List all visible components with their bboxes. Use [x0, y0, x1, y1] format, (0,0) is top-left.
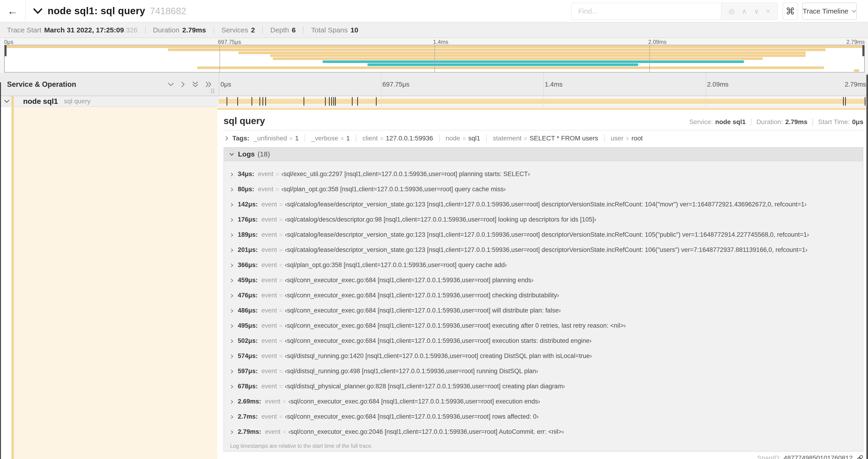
- left-scrollbar[interactable]: [0, 82, 1, 459]
- tag-key: _unfinished: [254, 135, 287, 142]
- log-entry[interactable]: 201μs: event = ‹sql/catalog/lease/descri…: [230, 246, 863, 254]
- timeline-tick-2: 1.4ms: [545, 73, 563, 96]
- locate-icon[interactable]: ◎: [728, 8, 735, 15]
- span-detail-panel: sql query Service: node sql1 Duration: 2…: [223, 107, 863, 459]
- log-entry[interactable]: 366μs: event = ‹sql/plan_opt.go:358 [nsq…: [230, 261, 863, 269]
- span-duration-bar[interactable]: [219, 99, 866, 104]
- tag-equals: =: [462, 135, 466, 142]
- log-entry[interactable]: 502μs: event = ‹sql/conn_executor_exec.g…: [230, 337, 863, 345]
- collapse-trace-button[interactable]: [33, 8, 42, 14]
- log-time: 502μs:: [238, 337, 258, 345]
- command-icon: ⌘: [786, 6, 795, 17]
- log-equals: =: [279, 276, 283, 284]
- prev-result-icon[interactable]: ∧: [742, 8, 747, 15]
- timeline-gridline: [544, 73, 544, 96]
- minimap-tick-2: 1.4ms: [433, 39, 448, 45]
- column-resize-grip[interactable]: [211, 88, 214, 94]
- log-marker-icon: [251, 97, 252, 106]
- log-entry[interactable]: 574μs: event = ‹sql/distsql_running.go:1…: [230, 352, 863, 360]
- timeline-tick-1: 697.75μs: [382, 73, 409, 96]
- start-time-value: 0μs: [852, 118, 863, 126]
- log-entry[interactable]: 2.79ms: event = ‹sql/conn_executor_exec.…: [230, 428, 863, 436]
- log-entry[interactable]: 34μs: event = ‹sql/exec_util.go:2297 [ns…: [230, 170, 863, 178]
- keyboard-shortcuts-button[interactable]: ⌘: [783, 3, 798, 20]
- log-entry[interactable]: 142μs: event = ‹sql/catalog/lease/descri…: [230, 200, 863, 208]
- log-equals: =: [276, 170, 279, 178]
- duration-value: 2.79ms: [182, 26, 206, 34]
- chevron-down-icon: [4, 99, 10, 103]
- log-entry[interactable]: 678μs: event = ‹sql/distsql_physical_pla…: [230, 382, 863, 390]
- log-marker-icon: [357, 97, 358, 106]
- trace-minimap: 0μs 697.75μs 1.4ms 2.09ms 2.79ms: [0, 38, 868, 73]
- log-time: 476μs:: [238, 291, 258, 299]
- back-button[interactable]: ←: [0, 0, 26, 22]
- total-spans-value: 10: [350, 26, 358, 34]
- tag-item[interactable]: client = 127.0.0.1:59936: [356, 135, 433, 142]
- minimap-canvas[interactable]: [4, 45, 865, 72]
- logs-accordion: Logs (18) 34μs: event = ‹sql/exec_util.g…: [223, 147, 863, 452]
- tag-key: client: [362, 135, 377, 142]
- minimap-left-handle[interactable]: [5, 45, 6, 56]
- log-entry[interactable]: 459μs: event = ‹sql/conn_executor_exec.g…: [230, 276, 863, 284]
- tags-row[interactable]: Tags: _unfinished = 1 _verbose = 1 clien…: [223, 130, 863, 145]
- minimap-span: [168, 48, 826, 51]
- tag-item[interactable]: _verbose = 1: [305, 135, 350, 142]
- span-row[interactable]: node sql1 sql query: [0, 96, 868, 107]
- find-input[interactable]: [572, 3, 721, 19]
- log-field-key: event: [258, 170, 274, 178]
- view-options-button[interactable]: Trace Timeline: [802, 3, 857, 20]
- logs-header[interactable]: Logs (18): [224, 147, 863, 161]
- log-entry[interactable]: 486μs: event = ‹sql/conn_executor_exec.g…: [230, 306, 863, 315]
- log-time: 2.7ms:: [238, 413, 258, 421]
- tag-item[interactable]: statement = SELECT * FROM users: [486, 135, 598, 142]
- tag-item[interactable]: node = sql1: [439, 135, 480, 142]
- vertical-scrollbar[interactable]: [866, 75, 868, 459]
- deep-link-button[interactable]: [856, 455, 863, 459]
- tag-value: sql1: [468, 135, 480, 142]
- log-entry[interactable]: 2.7ms: event = ‹sql/conn_executor_exec.g…: [230, 413, 863, 421]
- clear-search-icon[interactable]: ×: [766, 8, 770, 15]
- log-marker-icon: [352, 97, 352, 106]
- divider: [262, 26, 263, 34]
- log-entry[interactable]: 495μs: event = ‹sql/conn_executor_exec.g…: [230, 322, 863, 330]
- collapse-all-button[interactable]: [192, 81, 198, 88]
- tag-item[interactable]: _unfinished = 1: [254, 135, 299, 142]
- minimap-span: [270, 54, 806, 57]
- log-entry[interactable]: 80μs: event = ‹sql/plan_opt.go:358 [nsql…: [230, 185, 863, 193]
- chevron-down-icon: [33, 8, 42, 14]
- logs-body: 34μs: event = ‹sql/exec_util.go:2297 [ns…: [224, 161, 863, 451]
- tag-value: root: [631, 135, 643, 142]
- expand-one-button[interactable]: [181, 81, 185, 88]
- log-field-value: ‹sql/catalog/lease/descriptor_version_st…: [285, 231, 809, 239]
- trace-meta-bar: Trace Start March 31 2022, 17:25:09.326 …: [0, 22, 868, 38]
- log-equals: =: [279, 246, 283, 254]
- log-time: 2.69ms:: [238, 397, 261, 405]
- span-row-track[interactable]: [219, 96, 868, 106]
- log-entry[interactable]: 189μs: event = ‹sql/catalog/lease/descri…: [230, 231, 863, 239]
- depth-value: 6: [292, 26, 296, 34]
- log-entry[interactable]: 176μs: event = ‹sql/catalog/descs/descri…: [230, 216, 863, 224]
- tag-item[interactable]: user = root: [604, 135, 643, 142]
- next-result-icon[interactable]: ∨: [754, 8, 759, 15]
- log-entry[interactable]: 476μs: event = ‹sql/conn_executor_exec.g…: [230, 291, 863, 299]
- duration-value: 2.79ms: [785, 118, 807, 126]
- tag-value: 1: [295, 135, 299, 142]
- find-tools: ◎ ∧ ∨ ×: [721, 3, 778, 20]
- log-equals: =: [279, 367, 283, 375]
- chevron-right-icon: [230, 278, 234, 283]
- collapse-one-button[interactable]: [167, 82, 174, 87]
- trace-start-value: March 31 2022, 17:25:09.326: [44, 26, 137, 34]
- expand-all-button[interactable]: [205, 81, 212, 88]
- log-field-key: event: [261, 231, 277, 239]
- services-label: Services: [221, 26, 248, 34]
- log-time: 34μs:: [238, 170, 254, 178]
- log-field-value: ‹sql/conn_executor_exec.go:684 [nsql1,cl…: [285, 291, 559, 299]
- span-detail-row: sql query Service: node sql1 Duration: 2…: [0, 107, 868, 459]
- minimap-right-handle[interactable]: [862, 45, 864, 56]
- log-entry[interactable]: 597μs: event = ‹sql/distsql_running.go:4…: [230, 367, 863, 375]
- log-marker-icon: [226, 97, 227, 106]
- divider: [214, 26, 214, 34]
- tree-controls: [167, 73, 212, 96]
- log-entry[interactable]: 2.69ms: event = ‹sql/conn_executor_exec.…: [230, 397, 863, 405]
- collapse-children-button[interactable]: [4, 99, 10, 103]
